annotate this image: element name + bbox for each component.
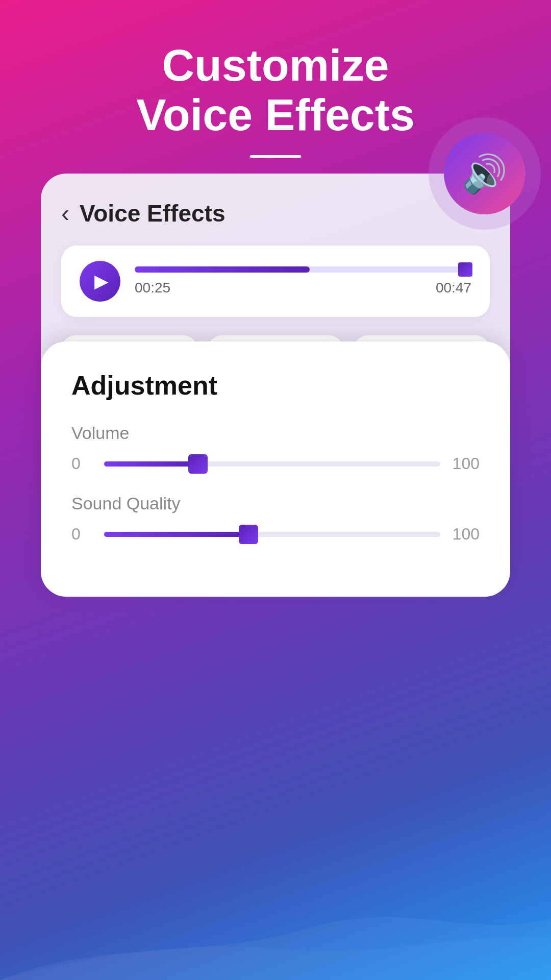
sound-quality-slider-row: 0 100 [71, 525, 480, 544]
sound-quality-label: Sound Quality [71, 494, 480, 513]
card-title: Voice Effects [80, 200, 225, 227]
header-title-line2: Voice Effects [0, 90, 551, 140]
volume-fill [104, 461, 198, 467]
speaker-icon: 🔊 [462, 152, 508, 195]
volume-thumb[interactable] [188, 454, 208, 474]
play-button[interactable]: ▶ [80, 261, 120, 302]
audio-total-time: 00:47 [436, 280, 471, 296]
sound-quality-fill [104, 532, 248, 537]
volume-label: Volume [71, 423, 480, 443]
volume-group: Volume 0 100 [71, 423, 480, 473]
sound-quality-max: 100 [453, 525, 480, 544]
adjustment-panel: Adjustment Volume 0 100 Sound Quality 0 [41, 341, 510, 597]
speaker-bubble[interactable]: 🔊 [444, 133, 525, 214]
sound-quality-thumb[interactable] [239, 525, 258, 544]
card-header: ‹ Voice Effects [61, 199, 490, 227]
sound-quality-group: Sound Quality 0 100 [71, 494, 480, 544]
volume-track[interactable] [104, 461, 440, 467]
audio-fill [135, 266, 310, 273]
header-title-line1: Customize [0, 41, 551, 90]
audio-current-time: 00:25 [135, 280, 170, 296]
audio-track[interactable] [135, 266, 471, 273]
volume-slider-row: 0 100 [71, 454, 480, 473]
main-card: 🔊 ‹ Voice Effects ▶ 00:25 00:47 SF₆ [41, 174, 510, 597]
sound-quality-track[interactable] [104, 532, 440, 537]
volume-min: 0 [71, 454, 92, 473]
volume-max: 100 [453, 454, 480, 473]
wave-decoration [0, 837, 551, 980]
adjustment-title: Adjustment [71, 370, 480, 401]
audio-times: 00:25 00:47 [135, 280, 471, 296]
header: Customize Voice Effects [0, 0, 551, 158]
header-underline [250, 155, 301, 158]
back-button[interactable]: ‹ [61, 199, 69, 227]
audio-player: ▶ 00:25 00:47 [61, 246, 490, 317]
audio-thumb [458, 262, 472, 277]
sound-quality-min: 0 [71, 525, 92, 544]
audio-progress-area: 00:25 00:47 [135, 266, 471, 296]
play-icon: ▶ [94, 271, 109, 292]
